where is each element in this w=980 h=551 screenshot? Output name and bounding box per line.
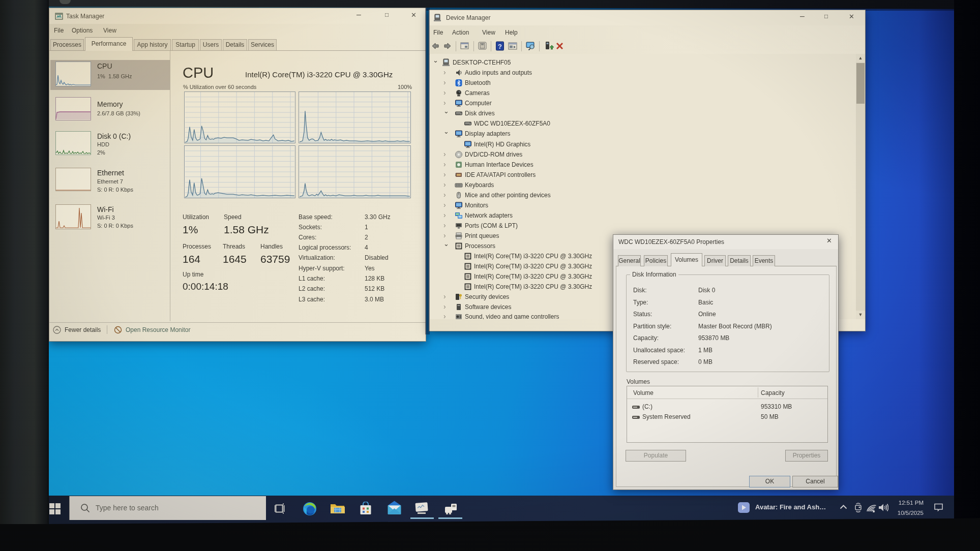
svg-text:?: ? (498, 43, 502, 50)
